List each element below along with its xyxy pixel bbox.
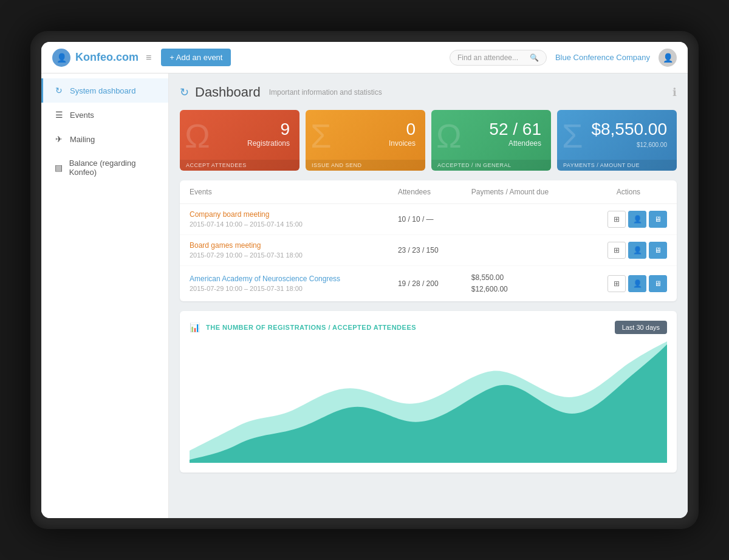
col-actions: Actions <box>580 180 677 204</box>
sidebar: ↻ System dashboard ☰ Events ✈ Mailing ▤ … <box>41 73 169 518</box>
tablet-frame: 👤 Konfeo.com ≡ + Add an event Find an at… <box>30 31 699 529</box>
table-row: Board games meeting 2015-07-29 10:00 – 2… <box>180 235 677 266</box>
payments-sublabel: $12,600.00 <box>637 142 667 148</box>
balance-icon: ▤ <box>54 163 63 172</box>
attendees-footer: ACCEPTED / IN GENERAL <box>431 160 551 171</box>
logo-icon: 👤 <box>52 49 70 67</box>
registrations-label: Registrations <box>247 139 290 148</box>
event-date: 2015-07-29 10:00 – 2015-07-31 18:00 <box>190 285 303 292</box>
sidebar-item-mailing[interactable]: ✈ Mailing <box>41 127 168 151</box>
event-name-cell: Company board meeting 2015-07-14 10:00 –… <box>180 204 388 235</box>
col-events: Events <box>180 180 388 204</box>
add-event-button[interactable]: + Add an event <box>161 49 231 66</box>
info-icon[interactable]: ℹ <box>673 86 677 99</box>
event-name-cell: American Academy of Neuroscience Congres… <box>180 266 388 302</box>
card-bg-payments-icon: Σ <box>562 116 583 155</box>
grid-action-button[interactable]: ⊞ <box>608 242 626 259</box>
topbar: 👤 Konfeo.com ≡ + Add an event Find an at… <box>41 42 688 73</box>
screen-action-button[interactable]: 🖥 <box>649 242 667 259</box>
main-content: ↻ Dashboard Important information and st… <box>169 73 688 518</box>
user-action-button[interactable]: 👤 <box>628 211 646 228</box>
sidebar-item-balance[interactable]: ▤ Balance (regarding Konfeo) <box>41 151 168 184</box>
dashboard-header: ↻ Dashboard Important information and st… <box>180 84 677 100</box>
chart-period-button[interactable]: Last 30 days <box>615 321 667 334</box>
sidebar-item-events[interactable]: ☰ Events <box>41 103 168 127</box>
grid-action-button[interactable]: ⊞ <box>608 211 626 228</box>
attendees-cell: 23 / 23 / 150 <box>388 235 462 266</box>
company-name[interactable]: Blue Conference Company <box>555 53 650 62</box>
chart-bar-icon: 📊 <box>190 323 200 332</box>
invoices-footer: ISSUE AND SEND <box>306 160 425 171</box>
search-icon: 🔍 <box>530 53 539 62</box>
attendees-number: 52 / 61 <box>489 120 541 139</box>
payments-footer: PAYMENTS / AMOUNT DUE <box>557 160 677 171</box>
stats-row: Ω 9 Registrations ACCEPT ATTENDEES Σ 0 I… <box>180 110 677 171</box>
stat-card-attendees[interactable]: Ω 52 / 61 Attendees ACCEPTED / IN GENERA… <box>431 110 551 171</box>
col-payments: Payments / Amount due <box>462 180 580 204</box>
event-link[interactable]: Company board meeting <box>190 210 378 219</box>
events-table-container: Events Attendees Payments / Amount due A… <box>180 180 677 301</box>
payments-cell <box>462 235 580 266</box>
sidebar-label-dashboard: System dashboard <box>70 86 135 95</box>
stat-card-registrations[interactable]: Ω 9 Registrations ACCEPT ATTENDEES <box>180 110 299 171</box>
search-box[interactable]: Find an attendee... 🔍 <box>450 50 547 66</box>
logo-area: 👤 Konfeo.com ≡ <box>52 49 151 67</box>
invoices-number: 0 <box>406 120 416 139</box>
payments-cell <box>462 204 580 235</box>
registrations-footer: ACCEPT ATTENDEES <box>180 160 299 171</box>
chart-header: 📊 THE NUMBER OF REGISTRATIONS / ACCEPTED… <box>190 321 667 334</box>
sidebar-label-events: Events <box>70 111 94 120</box>
dashboard-subtitle: Important information and statistics <box>269 88 382 97</box>
chart-title: THE NUMBER OF REGISTRATIONS / ACCEPTED A… <box>206 324 416 331</box>
attendees-cell: 19 / 28 / 200 <box>388 266 462 302</box>
card-bg-invoices-icon: Σ <box>310 116 332 155</box>
card-bg-attendees-icon: Ω <box>436 116 462 155</box>
event-date: 2015-07-29 10:00 – 2015-07-31 18:00 <box>190 251 303 259</box>
payment-due: $12,600.00 <box>471 285 508 293</box>
logo-domain: .com <box>113 51 139 63</box>
mail-icon: ✈ <box>54 134 64 144</box>
actions-cell: ⊞ 👤 🖥 <box>580 235 677 266</box>
table-row: Company board meeting 2015-07-14 10:00 –… <box>180 204 677 235</box>
logo-brand: Konfeo <box>75 51 113 63</box>
sidebar-item-dashboard[interactable]: ↻ System dashboard <box>41 78 168 103</box>
payment-amount: $8,550.00 <box>471 273 504 282</box>
stat-card-invoices[interactable]: Σ 0 Invoices ISSUE AND SEND <box>306 110 425 171</box>
topbar-right: Find an attendee... 🔍 Blue Conference Co… <box>450 49 677 67</box>
sidebar-label-mailing: Mailing <box>70 135 95 144</box>
screen-action-button[interactable]: 🖥 <box>649 211 667 228</box>
event-link[interactable]: Board games meeting <box>190 241 378 250</box>
chart-svg <box>190 341 667 463</box>
payments-cell: $8,550.00 $12,600.00 <box>462 266 580 302</box>
invoices-label: Invoices <box>389 139 416 148</box>
user-action-button[interactable]: 👤 <box>628 242 646 259</box>
table-header-row: Events Attendees Payments / Amount due A… <box>180 180 677 204</box>
sidebar-label-balance: Balance (regarding Konfeo) <box>69 159 157 177</box>
col-attendees: Attendees <box>388 180 462 204</box>
event-date: 2015-07-14 10:00 – 2015-07-14 15:00 <box>190 220 303 228</box>
tablet-screen: 👤 Konfeo.com ≡ + Add an event Find an at… <box>41 42 688 518</box>
event-link[interactable]: American Academy of Neuroscience Congres… <box>190 275 378 283</box>
chart-area <box>190 341 667 463</box>
payments-number: $8,550.00 <box>591 120 667 139</box>
list-icon: ☰ <box>54 110 64 120</box>
events-table: Events Attendees Payments / Amount due A… <box>180 180 677 301</box>
refresh-icon: ↻ <box>54 86 64 95</box>
user-action-button[interactable]: 👤 <box>628 275 646 292</box>
registrations-number: 9 <box>280 120 290 139</box>
logo-text: Konfeo.com <box>75 51 139 64</box>
hamburger-icon[interactable]: ≡ <box>146 52 151 63</box>
card-bg-registrations-icon: Ω <box>185 116 210 155</box>
screen-action-button[interactable]: 🖥 <box>649 275 667 292</box>
event-name-cell: Board games meeting 2015-07-29 10:00 – 2… <box>180 235 388 266</box>
actions-cell: ⊞ 👤 🖥 <box>580 266 677 302</box>
user-avatar[interactable]: 👤 <box>659 49 677 67</box>
grid-action-button[interactable]: ⊞ <box>608 275 626 292</box>
stat-card-payments[interactable]: Σ $8,550.00 $12,600.00 PAYMENTS / AMOUNT… <box>557 110 677 171</box>
attendees-cell: 10 / 10 / — <box>388 204 462 235</box>
actions-cell: ⊞ 👤 🖥 <box>580 204 677 235</box>
chart-section: 📊 THE NUMBER OF REGISTRATIONS / ACCEPTED… <box>180 311 677 473</box>
search-placeholder-text: Find an attendee... <box>457 53 518 62</box>
main-layout: ↻ System dashboard ☰ Events ✈ Mailing ▤ … <box>41 73 688 518</box>
attendees-label: Attendees <box>508 139 541 148</box>
